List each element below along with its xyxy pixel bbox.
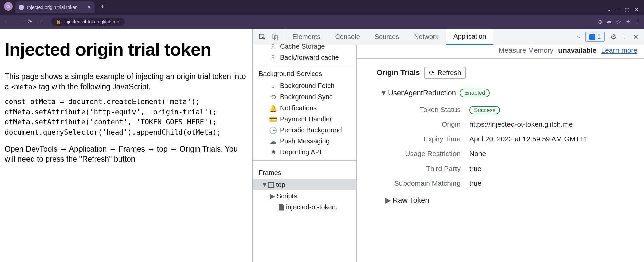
trial-name: UserAgentReduction [388, 89, 456, 97]
label-third-party: Third Party [357, 165, 461, 173]
inline-code-meta: <meta> [11, 83, 37, 91]
badge-token-status: Success [469, 106, 500, 114]
card-icon: 💳 [269, 116, 277, 123]
address-url: injected-ot-token.glitch.me [64, 19, 119, 24]
bookmark-icon[interactable]: ☆ [616, 19, 621, 25]
page-title: Injected origin trial token [5, 38, 248, 61]
svg-rect-1 [273, 34, 276, 39]
menu-icon[interactable]: ⋮ [635, 19, 641, 25]
tab-application[interactable]: Application [446, 29, 494, 45]
frame-top[interactable]: ▼ top [253, 179, 356, 190]
window-close-icon[interactable]: ✕ [633, 7, 639, 13]
fetch-icon: ↕ [269, 82, 277, 90]
issues-count: 1 [597, 33, 601, 40]
measure-memory-row: Measure Memory unavailable Learn more [357, 45, 644, 59]
issues-badge[interactable]: 1 [585, 32, 605, 42]
sidebar-item-background-fetch[interactable]: ↕Background Fetch [253, 80, 356, 91]
document-icon: 🗎 [269, 149, 277, 156]
nav-back-icon[interactable]: ← [3, 18, 10, 25]
refresh-icon: ⟳ [429, 69, 435, 77]
window-minimize-icon[interactable]: — [614, 7, 621, 12]
close-devtools-icon[interactable]: ✕ [633, 33, 639, 41]
value-expiry: April 20, 2022 at 12:59:59 AM GMT+1 [469, 135, 644, 143]
browser-tab[interactable]: Injected origin trial token ✕ [15, 1, 95, 13]
tab-sources[interactable]: Sources [367, 29, 407, 45]
measure-memory-link[interactable]: Learn more [601, 46, 637, 54]
section-frames: Frames [253, 165, 356, 179]
origin-trials-heading: Origin Trials [377, 68, 420, 77]
sidebar-item-periodic-background[interactable]: 🕒Periodic Background [253, 125, 356, 136]
cloud-icon: ☁ [269, 138, 277, 145]
sidebar-item-background-sync[interactable]: ⟲Background Sync [253, 91, 356, 103]
value-third-party: true [469, 165, 644, 173]
label-subdomain-matching: Subdomain Matching [357, 179, 461, 187]
raw-token-row[interactable]: ▶ Raw Token [357, 187, 644, 205]
sidebar-item-push-messaging[interactable]: ☁Push Messaging [253, 136, 356, 147]
page-code-block: const otMeta = document.createElement('m… [5, 96, 248, 137]
extensions-icon[interactable]: ✦ [626, 18, 631, 25]
caret-down-icon[interactable]: ▼ [380, 89, 385, 97]
tab-title: Injected origin trial token [27, 5, 78, 10]
frame-icon [268, 182, 274, 188]
sidebar-item-notifications[interactable]: 🔔Notifications [253, 103, 356, 114]
devtools-panel: Elements Console Sources Network Applica… [252, 29, 644, 262]
browser-titlebar: ☺ Injected origin trial token ✕ + ⌄ — ▢ … [0, 0, 644, 15]
settings-icon[interactable]: ⚙ [610, 32, 617, 41]
tabs-chevron-icon[interactable]: ⌄ [607, 6, 611, 13]
refresh-button[interactable]: ⟳ Refresh [424, 67, 466, 79]
sidebar-item-reporting-api[interactable]: 🗎Reporting API [253, 147, 356, 158]
label-token-status: Token Status [357, 106, 461, 114]
measure-memory-value: unavailable [558, 46, 596, 54]
value-usage-restriction: None [469, 150, 644, 158]
label-usage-restriction: Usage Restriction [357, 150, 461, 158]
sidebar-item-payment-handler[interactable]: 💳Payment Handler [253, 114, 356, 125]
label-origin: Origin [357, 120, 461, 128]
kebab-icon[interactable]: ⋮ [622, 34, 628, 40]
tab-network[interactable]: Network [407, 29, 446, 45]
clock-icon: 🕒 [269, 127, 277, 134]
device-toggle-icon[interactable] [271, 33, 279, 41]
value-origin: https://injected-ot-token.glitch.me [469, 120, 644, 128]
caret-right-icon[interactable]: ▶ [385, 196, 390, 205]
nav-reload-icon[interactable]: ⟳ [26, 18, 33, 25]
inspect-icon[interactable] [259, 33, 266, 41]
application-details: Measure Memory unavailable Learn more Or… [357, 45, 644, 262]
measure-memory-label: Measure Memory [499, 46, 553, 54]
frame-file[interactable]: injected-ot-token. [253, 202, 356, 213]
more-tabs-icon[interactable]: » [577, 34, 580, 40]
origin-trial-row[interactable]: ▼ UserAgentReduction Enabled [357, 82, 644, 101]
issues-icon [589, 34, 595, 40]
label-expiry: Expiry Time [357, 135, 461, 143]
lock-icon: 🔒 [56, 19, 61, 24]
database-icon: 🗄 [269, 43, 277, 50]
window-maximize-icon[interactable]: ▢ [624, 7, 630, 13]
address-bar[interactable]: 🔒 injected-ot-token.glitch.me [51, 18, 125, 26]
new-tab-button[interactable]: + [97, 3, 108, 10]
application-sidebar: 🗄 Cache Storage 🗄 Back/forward cache Bac… [253, 45, 357, 262]
database-icon: 🗄 [269, 54, 277, 61]
frame-scripts[interactable]: ▶ Scripts [253, 190, 356, 202]
page-paragraph-1: This page shows a simple example of inje… [5, 71, 248, 92]
profile-avatar-icon[interactable]: ☺ [4, 2, 13, 11]
sidebar-item-back-forward-cache[interactable]: 🗄 Back/forward cache [253, 52, 356, 63]
browser-toolbar: ← → ⟳ ⌂ 🔒 injected-ot-token.glitch.me ⊕ … [0, 15, 644, 29]
caret-right-icon[interactable]: ▶ [270, 192, 275, 200]
page-paragraph-2: Open DevTools → Application → Frames → t… [5, 144, 248, 165]
tab-favicon-icon [19, 5, 24, 10]
caret-down-icon[interactable]: ▼ [261, 181, 266, 189]
page-content: Injected origin trial token This page sh… [0, 29, 252, 262]
nav-forward-icon[interactable]: → [15, 18, 21, 25]
bell-icon: 🔔 [269, 105, 277, 112]
raw-token-label: Raw Token [393, 196, 429, 205]
trial-enabled-badge: Enabled [460, 89, 490, 97]
sidebar-item-cache-storage[interactable]: 🗄 Cache Storage [253, 41, 356, 52]
tab-close-icon[interactable]: ✕ [87, 4, 91, 10]
file-icon [279, 204, 284, 211]
section-background-services: Background Services [253, 66, 356, 80]
share-icon[interactable]: ➦ [607, 19, 611, 25]
value-subdomain-matching: true [469, 179, 644, 187]
sync-icon: ⟲ [269, 93, 277, 101]
zoom-icon[interactable]: ⊕ [598, 19, 602, 25]
nav-home-icon[interactable]: ⌂ [38, 18, 44, 25]
